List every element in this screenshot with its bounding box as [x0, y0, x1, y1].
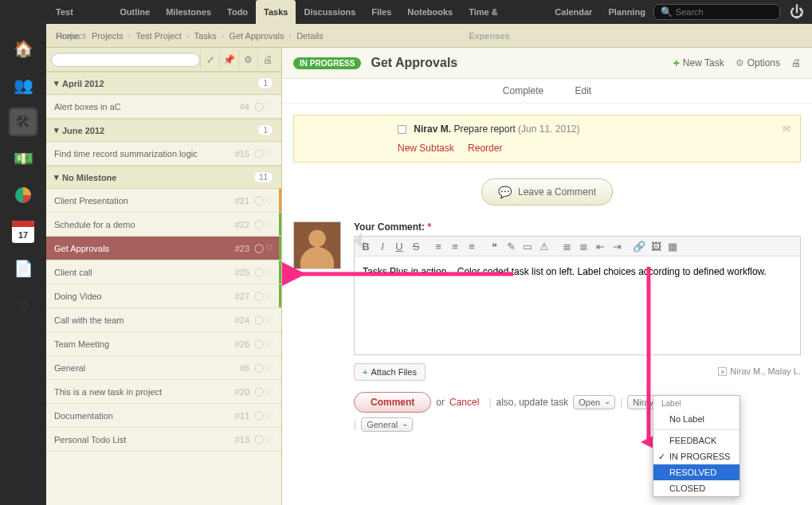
breadcrumb-item[interactable]: Home: [56, 31, 79, 41]
home-icon[interactable]: 🏠: [8, 33, 38, 64]
edit-icon[interactable]: ✎: [504, 240, 517, 252]
reorder-link[interactable]: Reorder: [468, 143, 502, 154]
strike-icon[interactable]: S: [410, 240, 422, 252]
print-button[interactable]: 🖨: [791, 57, 801, 69]
dropdown-item[interactable]: CLOSED: [653, 480, 739, 496]
align-left-icon[interactable]: ≡: [432, 240, 445, 252]
search-box[interactable]: 🔍: [653, 4, 780, 20]
sidebar-item[interactable]: Find time record summarization logic#15◯…: [46, 142, 281, 166]
category-select[interactable]: General: [361, 417, 413, 432]
sidebar-item[interactable]: Client call#25◯♡: [46, 260, 281, 284]
options-button[interactable]: ⚙Options: [736, 57, 780, 69]
image-icon[interactable]: 🖼: [649, 240, 662, 252]
status-select[interactable]: Open: [573, 395, 615, 409]
expand-icon[interactable]: ⤢: [200, 50, 219, 69]
breadcrumb-item[interactable]: Projects: [92, 31, 124, 41]
dropdown-item[interactable]: IN PROGRESS: [653, 448, 739, 464]
sidebar-item[interactable]: Get Approvals#23◯♡: [46, 237, 281, 260]
topnav-tab[interactable]: Files: [363, 0, 399, 24]
heart-icon: ♡: [265, 410, 273, 421]
dropdown-item-none[interactable]: No Label: [653, 411, 739, 427]
mail-icon[interactable]: ✉: [783, 123, 790, 135]
subscribers[interactable]: ×Nirav M., Malay L.: [718, 366, 801, 376]
search-input[interactable]: [676, 7, 773, 17]
new-task-button[interactable]: +New Task: [673, 57, 724, 69]
sidebar-item[interactable]: This is a new task in project#20◯♡: [46, 380, 281, 404]
breadcrumb-item[interactable]: Test Project: [135, 31, 181, 41]
leave-comment-button[interactable]: 💬 Leave a Comment: [481, 178, 613, 206]
tab-edit[interactable]: Edit: [575, 85, 592, 96]
subtask-checkbox[interactable]: [398, 125, 406, 134]
underline-icon[interactable]: U: [393, 240, 406, 252]
subtask-title: Prepare report: [453, 123, 515, 135]
sidebar-group-header[interactable]: ▾No Milestone11: [46, 166, 281, 189]
topnav-tab[interactable]: Planning: [600, 0, 653, 24]
tab-complete[interactable]: Complete: [503, 85, 543, 96]
bold-icon[interactable]: B: [359, 240, 372, 252]
sidebar-search[interactable]: [51, 53, 200, 67]
topnav-tab[interactable]: Milestones: [158, 0, 219, 24]
sidebar-item[interactable]: Doing Video#27◯♡: [46, 284, 281, 308]
topnav-tab[interactable]: Tasks: [256, 0, 296, 24]
money-icon[interactable]: 💵: [8, 143, 38, 174]
sidebar-group-header[interactable]: ▾June 20121: [46, 119, 281, 142]
breadcrumb-item[interactable]: Get Approvals: [229, 31, 284, 41]
outdent-icon[interactable]: ⇤: [594, 240, 606, 252]
circle-icon: ◯: [254, 243, 264, 253]
attach-files-button[interactable]: +Attach Files: [354, 363, 426, 381]
topnav-tab[interactable]: Calendar: [547, 0, 600, 24]
sidebar-item[interactable]: Client Presentation#21◯♡: [46, 189, 281, 213]
breadcrumb-item[interactable]: Tasks: [194, 31, 217, 41]
people-icon[interactable]: 👥: [8, 70, 38, 100]
sidebar-item[interactable]: Call with the team#24◯♡: [46, 308, 281, 332]
pie-icon[interactable]: [8, 180, 38, 210]
cancel-link[interactable]: Cancel: [449, 397, 479, 408]
topnav-tab[interactable]: Notebooks: [399, 0, 461, 24]
link-icon[interactable]: 🔗: [633, 240, 645, 252]
sidebar-group-header[interactable]: ▾April 20121: [46, 72, 281, 95]
sidebar-item[interactable]: Schedule for a demo#22◯♡: [46, 213, 281, 237]
power-icon[interactable]: ⏻: [790, 4, 804, 21]
new-subtask-link[interactable]: New Subtask: [398, 143, 454, 154]
topnav-tab[interactable]: Discussions: [296, 0, 363, 24]
label-dropdown[interactable]: LabelNo LabelFEEDBACKIN PROGRESSRESOLVED…: [653, 395, 740, 497]
pin-icon[interactable]: 📌: [219, 50, 238, 69]
topnav-tab[interactable]: Time & Expenses: [461, 0, 547, 24]
print-icon[interactable]: 🖨: [257, 50, 277, 69]
circle-icon: ◯: [254, 267, 264, 277]
sidebar-item[interactable]: Documentation#11◯♡: [46, 404, 281, 428]
list-number-icon[interactable]: ≣: [577, 240, 590, 252]
heart-icon: ♡: [265, 386, 273, 397]
calendar-icon[interactable]: 17: [8, 217, 38, 247]
circle-icon: ◯: [254, 219, 264, 229]
list-bullet-icon[interactable]: ≣: [560, 240, 573, 252]
quote-icon[interactable]: ❝: [488, 240, 500, 252]
topnav-tab[interactable]: Todo: [219, 0, 256, 24]
align-right-icon[interactable]: ≡: [465, 240, 478, 252]
comment-submit-button[interactable]: Comment: [354, 392, 431, 413]
comment-textarea[interactable]: [355, 256, 800, 352]
indent-icon[interactable]: ⇥: [610, 240, 623, 252]
tools-icon[interactable]: 🛠: [8, 107, 38, 137]
page-icon[interactable]: 📄: [8, 253, 38, 284]
italic-icon[interactable]: I: [376, 240, 389, 252]
align-center-icon[interactable]: ≡: [449, 240, 461, 252]
circle-icon: ◯: [254, 291, 264, 301]
sidebar-item[interactable]: General#8◯♡: [46, 356, 281, 380]
heart-icon: ♡: [265, 339, 273, 349]
sidebar-item[interactable]: Alert boxes in aC#4◯♡: [46, 95, 281, 119]
clear-format-icon[interactable]: ▭: [521, 240, 534, 252]
dropdown-item[interactable]: FEEDBACK: [653, 433, 739, 448]
subtask-box: Nirav M. Prepare report (Jun 11. 2012) ✉…: [293, 115, 801, 162]
gear-icon[interactable]: ⚙: [238, 50, 257, 69]
table-icon[interactable]: ▦: [666, 240, 679, 252]
gear-icon[interactable]: ⚙: [8, 290, 38, 320]
topnav-tab[interactable]: Outline: [112, 0, 158, 24]
sidebar-item[interactable]: Team Meeting#26◯♡: [46, 332, 281, 356]
topnav-tab[interactable]: Test Project: [48, 0, 112, 24]
top-nav: Test ProjectOutlineMilestonesTodoTasksDi…: [0, 0, 812, 24]
warning-icon[interactable]: ⚠: [538, 240, 551, 252]
or-text: or: [436, 397, 445, 408]
sidebar-item[interactable]: Personal Todo List#13◯♡: [46, 428, 281, 452]
dropdown-item[interactable]: RESOLVED: [653, 464, 739, 480]
